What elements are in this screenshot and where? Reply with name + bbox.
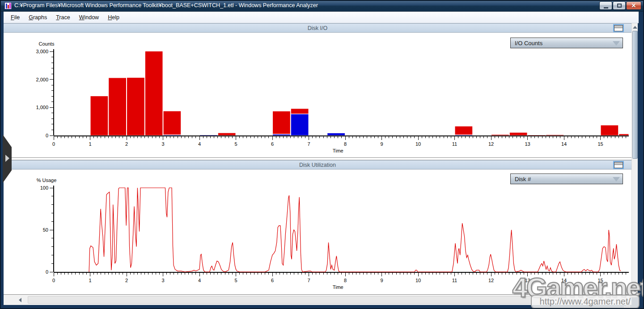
svg-text:Time: Time: [333, 148, 343, 153]
vertical-scrollbar-thumb[interactable]: [632, 31, 638, 159]
menu-item-help[interactable]: Help: [103, 13, 124, 22]
menu-item-file[interactable]: File: [6, 13, 24, 22]
svg-text:0: 0: [52, 278, 55, 283]
disk-io-chart[interactable]: 012345678910111213141501,0002,0003,000Co…: [4, 33, 631, 157]
maximize-button[interactable]: [613, 1, 626, 10]
svg-text:8: 8: [344, 278, 347, 283]
disk-utilization-panel-header: Disk Utilization: [4, 160, 631, 169]
svg-text:5: 5: [234, 278, 237, 283]
disk-dropdown[interactable]: Disk #: [510, 174, 623, 184]
menu-item-trace[interactable]: Trace: [51, 13, 75, 22]
arrow-left-icon: [19, 298, 21, 302]
disk-utilization-flyout-icon[interactable]: [613, 161, 624, 169]
window-controls: ✕: [599, 1, 641, 10]
disk-io-flyout-icon[interactable]: [613, 24, 624, 32]
svg-text:9: 9: [380, 141, 383, 147]
svg-text:1: 1: [89, 278, 91, 283]
svg-text:1: 1: [89, 141, 91, 147]
menu-item-graphs[interactable]: Graphs: [24, 13, 51, 22]
disk-io-series-dropdown[interactable]: I/O Counts: [510, 38, 623, 48]
svg-text:3: 3: [161, 141, 164, 147]
vertical-scrollbar[interactable]: [631, 23, 638, 294]
svg-text:11: 11: [452, 278, 457, 283]
scroll-left-button[interactable]: [14, 296, 26, 304]
app-icon-bar-red: [8, 5, 9, 8]
svg-text:100: 100: [40, 185, 48, 190]
chevron-down-icon: [613, 41, 620, 46]
svg-text:13: 13: [525, 141, 530, 147]
svg-text:3: 3: [161, 278, 164, 283]
svg-text:6: 6: [271, 278, 274, 283]
minimize-button[interactable]: [599, 1, 612, 10]
svg-text:12: 12: [488, 278, 494, 283]
svg-text:0: 0: [46, 269, 48, 275]
svg-text:5: 5: [234, 141, 237, 147]
app-window: C:¥Program Files¥Microsoft Windows Perfo…: [0, 0, 644, 309]
svg-text:6: 6: [271, 141, 274, 147]
chevron-down-icon: [613, 177, 620, 182]
svg-text:2: 2: [125, 278, 128, 283]
window-title: C:¥Program Files¥Microsoft Windows Perfo…: [14, 2, 318, 8]
title-bar[interactable]: C:¥Program Files¥Microsoft Windows Perfo…: [0, 0, 644, 12]
svg-text:15: 15: [597, 141, 603, 147]
disk-dropdown-label: Disk #: [515, 176, 531, 182]
svg-text:0: 0: [52, 141, 55, 147]
app-icon[interactable]: [4, 2, 12, 9]
svg-text:2,000: 2,000: [36, 77, 48, 82]
svg-text:14: 14: [561, 141, 567, 147]
maximize-icon: [617, 4, 622, 8]
svg-text:0: 0: [46, 133, 48, 138]
svg-text:% Usage: % Usage: [37, 178, 57, 183]
app-icon-bar-blue: [6, 4, 7, 8]
close-icon: ✕: [631, 3, 636, 8]
menu-bar: FileGraphsTraceWindowHelp: [4, 12, 639, 23]
minimize-icon: [604, 7, 608, 8]
graph-panels: Disk I/O 012345678910111213141501,0002,0…: [4, 23, 631, 294]
svg-text:7: 7: [307, 278, 310, 283]
svg-text:10: 10: [415, 141, 421, 147]
svg-text:4: 4: [198, 141, 201, 147]
svg-text:7: 7: [307, 141, 310, 147]
app-icon-bar-magenta: [9, 3, 11, 8]
disk-io-series-dropdown-label: I/O Counts: [515, 40, 542, 47]
svg-text:10: 10: [415, 278, 421, 283]
arrow-up-icon: [633, 26, 637, 29]
svg-text:8: 8: [344, 141, 347, 147]
close-button[interactable]: ✕: [626, 1, 641, 10]
svg-text:2: 2: [125, 141, 128, 147]
disk-io-panel-body: 012345678910111213141501,0002,0003,000Co…: [4, 33, 631, 157]
svg-text:3,000: 3,000: [36, 49, 48, 54]
svg-text:Counts: Counts: [39, 41, 55, 47]
scroll-up-button[interactable]: [632, 24, 638, 30]
svg-text:9: 9: [380, 278, 383, 283]
svg-text:12: 12: [488, 141, 494, 147]
disk-utilization-panel-title: Disk Utilization: [299, 162, 336, 168]
disk-io-panel-title: Disk I/O: [308, 25, 327, 31]
svg-text:11: 11: [452, 141, 457, 147]
disk-io-panel-header: Disk I/O: [4, 23, 631, 33]
svg-text:4: 4: [198, 278, 201, 283]
watermark-url: http://www.4gamer.net/: [531, 295, 640, 309]
flyout-arrow-icon: [5, 155, 9, 162]
svg-text:Time: Time: [333, 284, 343, 290]
svg-text:50: 50: [43, 227, 48, 233]
svg-text:1,000: 1,000: [36, 105, 48, 110]
menu-item-window[interactable]: Window: [75, 13, 103, 22]
